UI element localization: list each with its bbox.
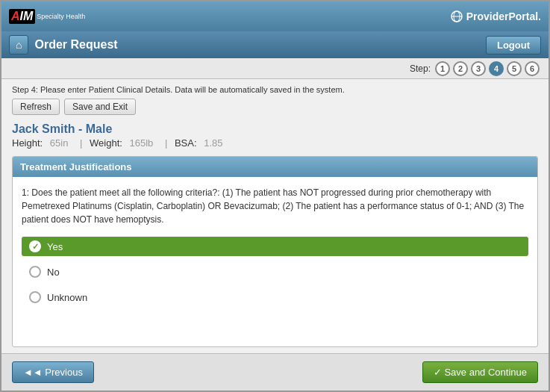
step-label: Step: bbox=[410, 63, 431, 74]
page-title: Order Request bbox=[34, 38, 117, 52]
save-continue-button[interactable]: ✓ Save and Continue bbox=[422, 361, 538, 383]
patient-height: 65in bbox=[50, 137, 69, 149]
logout-button[interactable]: Logout bbox=[486, 36, 541, 55]
step-circle-2: 2 bbox=[453, 61, 468, 76]
radio-label-unknown: Unknown bbox=[47, 292, 87, 303]
logo-area: AIM Specialty Health bbox=[9, 9, 85, 24]
radio-option-no[interactable]: No bbox=[22, 262, 528, 281]
step-circle-4: 4 bbox=[489, 61, 504, 76]
step-circle-6: 6 bbox=[525, 61, 540, 76]
step-circle-1: 1 bbox=[435, 61, 450, 76]
step-circle-3: 3 bbox=[471, 61, 486, 76]
panel-body: 1: Does the patient meet all the followi… bbox=[13, 177, 537, 346]
step-circles: 123456 bbox=[435, 61, 540, 76]
provider-portal-text: ProviderPortal. bbox=[466, 10, 541, 22]
previous-button[interactable]: ◄◄ Previous bbox=[12, 361, 94, 383]
patient-weight: 165lb bbox=[129, 137, 153, 149]
treatment-panel: Treatment Justifications 1: Does the pat… bbox=[12, 156, 538, 347]
patient-stats: Height: 65in | Weight: 165lb | BSA: 1.85 bbox=[12, 137, 538, 149]
aim-logo: AIM bbox=[9, 9, 35, 24]
radio-label-yes: Yes bbox=[47, 241, 63, 252]
nav-bar: ⌂ Order Request Logout bbox=[1, 31, 549, 58]
globe-icon bbox=[450, 10, 463, 23]
radio-circle-no bbox=[29, 266, 41, 278]
save-exit-button[interactable]: Save and Exit bbox=[64, 99, 136, 115]
radio-option-yes[interactable]: Yes bbox=[22, 237, 528, 256]
specialty-health-label: Specialty Health bbox=[37, 13, 85, 21]
main-content: Step 4: Please enter Patient Clinical De… bbox=[1, 79, 549, 353]
app-frame: AIM Specialty Health ProviderPortal. ⌂ O… bbox=[0, 0, 550, 392]
patient-bsa: 1.85 bbox=[204, 137, 222, 149]
patient-name: Jack Smith - Male bbox=[12, 122, 538, 136]
refresh-button[interactable]: Refresh bbox=[12, 99, 60, 115]
question-text: 1: Does the patient meet all the followi… bbox=[22, 186, 528, 226]
nav-left: ⌂ Order Request bbox=[9, 35, 118, 55]
instruction-text: Step 4: Please enter Patient Clinical De… bbox=[12, 85, 538, 94]
step-bar: Step: 123456 bbox=[1, 58, 549, 79]
panel-header: Treatment Justifications bbox=[13, 157, 537, 177]
radio-circle-yes bbox=[29, 240, 41, 252]
provider-portal-label: ProviderPortal. bbox=[450, 10, 541, 23]
home-button[interactable]: ⌂ bbox=[9, 35, 28, 55]
radio-circle-unknown bbox=[29, 291, 41, 303]
radio-label-no: No bbox=[47, 267, 60, 278]
action-buttons: Refresh Save and Exit bbox=[12, 99, 538, 115]
top-bar: AIM Specialty Health ProviderPortal. bbox=[1, 1, 549, 31]
bottom-bar: ◄◄ Previous ✓ Save and Continue bbox=[1, 353, 549, 391]
step-circle-5: 5 bbox=[507, 61, 522, 76]
radio-option-unknown[interactable]: Unknown bbox=[22, 287, 528, 307]
radio-options: YesNoUnknown bbox=[22, 237, 528, 307]
